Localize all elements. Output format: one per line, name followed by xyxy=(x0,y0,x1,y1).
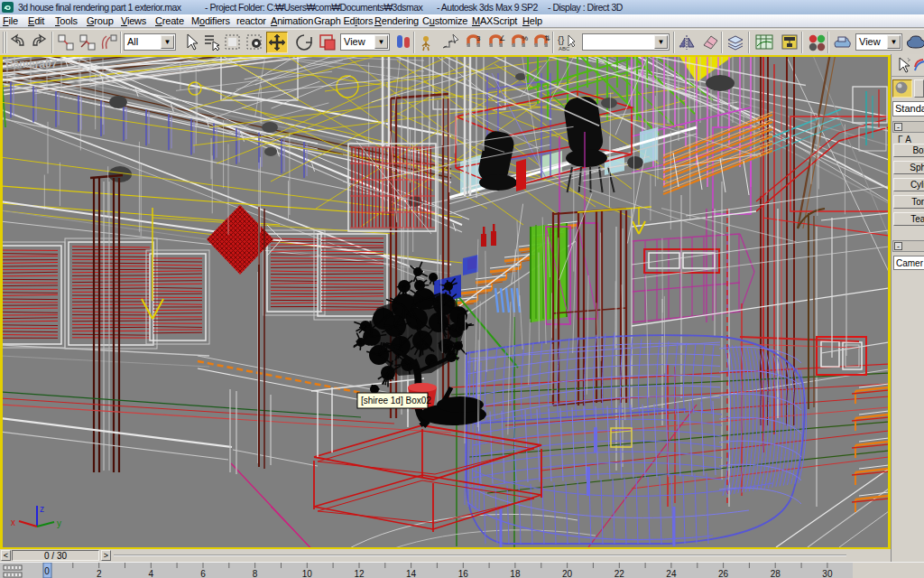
svg-text:y: y xyxy=(57,518,61,528)
svg-text:6: 6 xyxy=(200,569,206,578)
svg-text:4: 4 xyxy=(149,569,154,578)
svg-text:30: 30 xyxy=(822,569,833,578)
svg-text:3: 3 xyxy=(476,34,481,42)
svg-text:x: x xyxy=(11,517,15,527)
svg-text:16: 16 xyxy=(458,569,469,578)
svg-text:Camera07: Camera07 xyxy=(5,58,58,70)
svg-text:%: % xyxy=(522,34,528,42)
svg-text:z: z xyxy=(40,504,44,514)
svg-text:20: 20 xyxy=(562,569,573,578)
svg-text:8: 8 xyxy=(253,569,258,578)
svg-text:26: 26 xyxy=(718,569,729,578)
svg-text:ABC: ABC xyxy=(559,46,570,51)
svg-text:0: 0 xyxy=(44,566,50,576)
svg-text:10: 10 xyxy=(302,569,313,578)
svg-text:12: 12 xyxy=(354,569,365,578)
svg-text:∠: ∠ xyxy=(499,34,505,42)
svg-text:14: 14 xyxy=(406,569,417,578)
svg-text:22: 22 xyxy=(614,569,625,578)
svg-text:28: 28 xyxy=(771,569,781,578)
svg-text:⇅: ⇅ xyxy=(544,34,550,42)
svg-text:{}: {} xyxy=(558,34,565,45)
svg-text:18: 18 xyxy=(510,569,521,578)
svg-text:[shiree 1d] Box02: [shiree 1d] Box02 xyxy=(361,396,431,406)
svg-text:24: 24 xyxy=(666,569,677,578)
svg-text:2: 2 xyxy=(97,569,102,578)
